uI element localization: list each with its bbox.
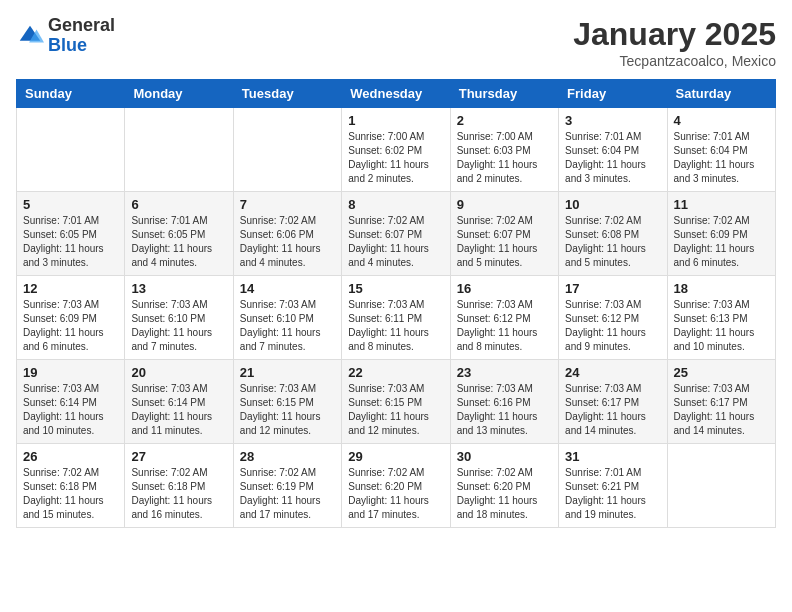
- day-info: Sunrise: 7:01 AM Sunset: 6:04 PM Dayligh…: [674, 130, 769, 186]
- calendar-cell: 10Sunrise: 7:02 AM Sunset: 6:08 PM Dayli…: [559, 192, 667, 276]
- day-number: 9: [457, 197, 552, 212]
- title-section: January 2025 Tecpantzacoalco, Mexico: [573, 16, 776, 69]
- calendar-cell: 5Sunrise: 7:01 AM Sunset: 6:05 PM Daylig…: [17, 192, 125, 276]
- day-info: Sunrise: 7:03 AM Sunset: 6:15 PM Dayligh…: [348, 382, 443, 438]
- calendar-cell: 27Sunrise: 7:02 AM Sunset: 6:18 PM Dayli…: [125, 444, 233, 528]
- day-info: Sunrise: 7:02 AM Sunset: 6:07 PM Dayligh…: [348, 214, 443, 270]
- day-info: Sunrise: 7:01 AM Sunset: 6:04 PM Dayligh…: [565, 130, 660, 186]
- day-number: 18: [674, 281, 769, 296]
- day-info: Sunrise: 7:01 AM Sunset: 6:05 PM Dayligh…: [23, 214, 118, 270]
- logo: General Blue: [16, 16, 115, 56]
- day-info: Sunrise: 7:03 AM Sunset: 6:10 PM Dayligh…: [240, 298, 335, 354]
- day-info: Sunrise: 7:01 AM Sunset: 6:21 PM Dayligh…: [565, 466, 660, 522]
- calendar-cell: 30Sunrise: 7:02 AM Sunset: 6:20 PM Dayli…: [450, 444, 558, 528]
- day-number: 11: [674, 197, 769, 212]
- weekday-header: Friday: [559, 80, 667, 108]
- month-title: January 2025: [573, 16, 776, 53]
- day-info: Sunrise: 7:03 AM Sunset: 6:11 PM Dayligh…: [348, 298, 443, 354]
- day-number: 30: [457, 449, 552, 464]
- day-number: 4: [674, 113, 769, 128]
- weekday-header: Sunday: [17, 80, 125, 108]
- day-number: 8: [348, 197, 443, 212]
- logo-blue: Blue: [48, 36, 115, 56]
- day-info: Sunrise: 7:03 AM Sunset: 6:15 PM Dayligh…: [240, 382, 335, 438]
- calendar-cell: 7Sunrise: 7:02 AM Sunset: 6:06 PM Daylig…: [233, 192, 341, 276]
- calendar-week-row: 26Sunrise: 7:02 AM Sunset: 6:18 PM Dayli…: [17, 444, 776, 528]
- day-number: 29: [348, 449, 443, 464]
- day-info: Sunrise: 7:03 AM Sunset: 6:17 PM Dayligh…: [674, 382, 769, 438]
- day-number: 15: [348, 281, 443, 296]
- day-number: 14: [240, 281, 335, 296]
- day-info: Sunrise: 7:02 AM Sunset: 6:08 PM Dayligh…: [565, 214, 660, 270]
- calendar-header: SundayMondayTuesdayWednesdayThursdayFrid…: [17, 80, 776, 108]
- day-number: 13: [131, 281, 226, 296]
- day-number: 20: [131, 365, 226, 380]
- calendar-cell: 12Sunrise: 7:03 AM Sunset: 6:09 PM Dayli…: [17, 276, 125, 360]
- day-info: Sunrise: 7:03 AM Sunset: 6:17 PM Dayligh…: [565, 382, 660, 438]
- logo-text: General Blue: [48, 16, 115, 56]
- calendar-week-row: 5Sunrise: 7:01 AM Sunset: 6:05 PM Daylig…: [17, 192, 776, 276]
- day-info: Sunrise: 7:02 AM Sunset: 6:19 PM Dayligh…: [240, 466, 335, 522]
- day-number: 25: [674, 365, 769, 380]
- calendar-cell: 4Sunrise: 7:01 AM Sunset: 6:04 PM Daylig…: [667, 108, 775, 192]
- calendar-cell: 6Sunrise: 7:01 AM Sunset: 6:05 PM Daylig…: [125, 192, 233, 276]
- day-info: Sunrise: 7:02 AM Sunset: 6:09 PM Dayligh…: [674, 214, 769, 270]
- day-info: Sunrise: 7:02 AM Sunset: 6:20 PM Dayligh…: [457, 466, 552, 522]
- calendar-cell: 29Sunrise: 7:02 AM Sunset: 6:20 PM Dayli…: [342, 444, 450, 528]
- calendar-cell: 31Sunrise: 7:01 AM Sunset: 6:21 PM Dayli…: [559, 444, 667, 528]
- day-number: 19: [23, 365, 118, 380]
- day-info: Sunrise: 7:00 AM Sunset: 6:03 PM Dayligh…: [457, 130, 552, 186]
- calendar-week-row: 1Sunrise: 7:00 AM Sunset: 6:02 PM Daylig…: [17, 108, 776, 192]
- calendar-cell: 8Sunrise: 7:02 AM Sunset: 6:07 PM Daylig…: [342, 192, 450, 276]
- calendar-cell: 22Sunrise: 7:03 AM Sunset: 6:15 PM Dayli…: [342, 360, 450, 444]
- calendar-cell: 28Sunrise: 7:02 AM Sunset: 6:19 PM Dayli…: [233, 444, 341, 528]
- calendar-cell: [17, 108, 125, 192]
- day-info: Sunrise: 7:01 AM Sunset: 6:05 PM Dayligh…: [131, 214, 226, 270]
- day-info: Sunrise: 7:02 AM Sunset: 6:07 PM Dayligh…: [457, 214, 552, 270]
- weekday-header: Saturday: [667, 80, 775, 108]
- calendar-cell: 14Sunrise: 7:03 AM Sunset: 6:10 PM Dayli…: [233, 276, 341, 360]
- weekday-header: Tuesday: [233, 80, 341, 108]
- calendar-cell: 24Sunrise: 7:03 AM Sunset: 6:17 PM Dayli…: [559, 360, 667, 444]
- calendar-cell: [125, 108, 233, 192]
- day-info: Sunrise: 7:00 AM Sunset: 6:02 PM Dayligh…: [348, 130, 443, 186]
- day-number: 26: [23, 449, 118, 464]
- day-number: 16: [457, 281, 552, 296]
- day-number: 2: [457, 113, 552, 128]
- calendar-body: 1Sunrise: 7:00 AM Sunset: 6:02 PM Daylig…: [17, 108, 776, 528]
- calendar-cell: 2Sunrise: 7:00 AM Sunset: 6:03 PM Daylig…: [450, 108, 558, 192]
- weekday-header: Thursday: [450, 80, 558, 108]
- day-number: 17: [565, 281, 660, 296]
- calendar-cell: 11Sunrise: 7:02 AM Sunset: 6:09 PM Dayli…: [667, 192, 775, 276]
- calendar-week-row: 19Sunrise: 7:03 AM Sunset: 6:14 PM Dayli…: [17, 360, 776, 444]
- calendar: SundayMondayTuesdayWednesdayThursdayFrid…: [16, 79, 776, 528]
- calendar-cell: [667, 444, 775, 528]
- day-number: 5: [23, 197, 118, 212]
- day-number: 22: [348, 365, 443, 380]
- day-number: 7: [240, 197, 335, 212]
- day-number: 6: [131, 197, 226, 212]
- calendar-cell: 23Sunrise: 7:03 AM Sunset: 6:16 PM Dayli…: [450, 360, 558, 444]
- day-info: Sunrise: 7:03 AM Sunset: 6:14 PM Dayligh…: [23, 382, 118, 438]
- logo-icon: [16, 22, 44, 50]
- day-info: Sunrise: 7:03 AM Sunset: 6:09 PM Dayligh…: [23, 298, 118, 354]
- day-info: Sunrise: 7:03 AM Sunset: 6:12 PM Dayligh…: [565, 298, 660, 354]
- calendar-cell: 1Sunrise: 7:00 AM Sunset: 6:02 PM Daylig…: [342, 108, 450, 192]
- day-info: Sunrise: 7:03 AM Sunset: 6:14 PM Dayligh…: [131, 382, 226, 438]
- day-number: 27: [131, 449, 226, 464]
- day-info: Sunrise: 7:02 AM Sunset: 6:20 PM Dayligh…: [348, 466, 443, 522]
- page-header: General Blue January 2025 Tecpantzacoalc…: [16, 16, 776, 69]
- day-info: Sunrise: 7:03 AM Sunset: 6:13 PM Dayligh…: [674, 298, 769, 354]
- day-number: 31: [565, 449, 660, 464]
- calendar-cell: 19Sunrise: 7:03 AM Sunset: 6:14 PM Dayli…: [17, 360, 125, 444]
- location: Tecpantzacoalco, Mexico: [573, 53, 776, 69]
- calendar-cell: 18Sunrise: 7:03 AM Sunset: 6:13 PM Dayli…: [667, 276, 775, 360]
- calendar-cell: 17Sunrise: 7:03 AM Sunset: 6:12 PM Dayli…: [559, 276, 667, 360]
- calendar-cell: 16Sunrise: 7:03 AM Sunset: 6:12 PM Dayli…: [450, 276, 558, 360]
- day-number: 12: [23, 281, 118, 296]
- day-info: Sunrise: 7:02 AM Sunset: 6:18 PM Dayligh…: [23, 466, 118, 522]
- day-number: 1: [348, 113, 443, 128]
- day-number: 10: [565, 197, 660, 212]
- day-number: 3: [565, 113, 660, 128]
- weekday-header: Monday: [125, 80, 233, 108]
